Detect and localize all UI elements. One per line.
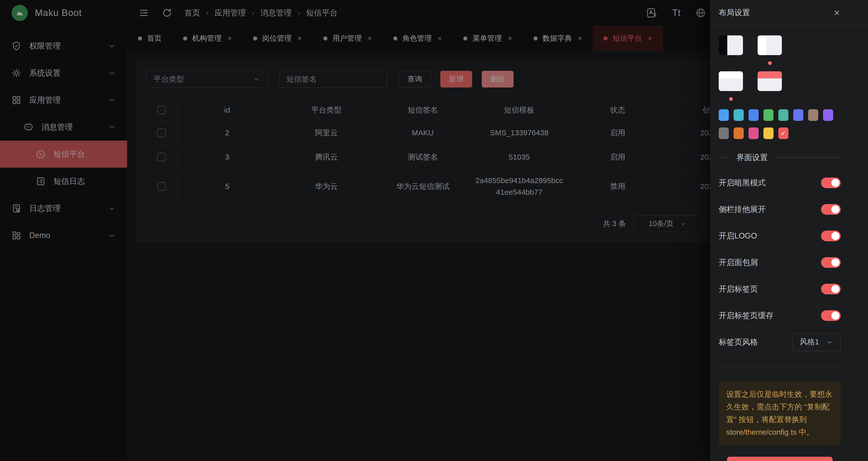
tab-home[interactable]: 首页 <box>127 26 173 51</box>
breadcrumb-toggle[interactable] <box>821 257 841 268</box>
layout-option-light-sidebar[interactable] <box>757 35 782 71</box>
breadcrumb-separator: › <box>298 9 300 17</box>
breadcrumb-message[interactable]: 消息管理 <box>260 7 292 18</box>
sidebar-item-application[interactable]: 应用管理 <box>0 86 127 114</box>
table-row[interactable]: 3 腾讯云 测试签名 51035 启用 2022-08-2 <box>147 145 714 169</box>
layout-options <box>719 35 841 107</box>
close-icon[interactable]: × <box>368 34 372 42</box>
theme-color-swatch-selected[interactable]: ✓ <box>778 127 788 139</box>
theme-color-swatch[interactable] <box>764 127 774 139</box>
sidebar-item-message[interactable]: 消息管理 <box>0 114 127 141</box>
globe-icon[interactable] <box>695 7 706 19</box>
column-header-created: 创建时间 <box>668 99 714 120</box>
sidebar-item-system[interactable]: 系统设置 <box>0 59 127 86</box>
row-select-cell <box>147 169 177 204</box>
translate-icon[interactable] <box>646 7 657 19</box>
close-icon[interactable]: × <box>578 34 582 42</box>
add-button[interactable]: 新增 <box>440 71 472 87</box>
shield-icon <box>11 41 22 51</box>
tab-role[interactable]: 角色管理 × <box>383 26 453 51</box>
theme-color-swatch[interactable] <box>719 127 729 139</box>
setting-sidebar-exclusive: 侧栏排他展开 <box>719 196 841 223</box>
sidebar-item-label: 短信日志 <box>54 176 85 186</box>
page-size-select[interactable]: 10条/页 <box>633 215 702 232</box>
sidebar-item-permission[interactable]: 权限管理 <box>0 32 127 59</box>
drawer-header: 布局设置 × <box>710 0 868 25</box>
cell-status: 启用 <box>568 121 668 145</box>
cell-platform: 腾讯云 <box>278 145 375 169</box>
chevron-up-icon <box>108 96 116 104</box>
layout-option-light-header[interactable] <box>719 71 743 107</box>
sms-sign-input[interactable]: 短信签名 <box>279 70 387 88</box>
tab-sms-platform[interactable]: 短信平台 × <box>593 26 663 51</box>
layout-option-dark-sidebar[interactable] <box>719 35 743 71</box>
row-checkbox[interactable] <box>157 128 166 137</box>
refresh-icon[interactable] <box>161 7 173 19</box>
sidebar-item-log[interactable]: 日志管理 <box>0 195 127 222</box>
breadcrumb: 首页 › 应用管理 › 消息管理 › 短信平台 <box>184 7 338 18</box>
chevron-down-icon <box>253 75 260 83</box>
tab-style-select[interactable]: 风格1 <box>792 333 841 351</box>
layout-option-primary-header[interactable] <box>757 71 782 107</box>
breadcrumb-sms-platform[interactable]: 短信平台 <box>306 7 338 18</box>
phone-icon <box>35 149 46 160</box>
row-checkbox[interactable] <box>157 182 166 191</box>
dark-mode-toggle[interactable] <box>821 177 841 188</box>
select-all-checkbox[interactable] <box>157 106 166 114</box>
theme-color-swatch[interactable] <box>764 109 774 121</box>
tab-label: 短信平台 <box>613 33 642 44</box>
theme-color-swatch[interactable] <box>734 109 744 121</box>
theme-color-swatch[interactable] <box>719 109 729 121</box>
theme-color-swatch[interactable] <box>734 127 744 139</box>
theme-color-swatch[interactable] <box>823 109 833 121</box>
cell-id: 2 <box>177 121 278 145</box>
chevron-down-icon <box>108 231 116 239</box>
breadcrumb-application[interactable]: 应用管理 <box>215 7 246 18</box>
search-button[interactable]: 查询 <box>399 71 431 87</box>
close-icon[interactable]: × <box>834 7 840 18</box>
sidebar-exclusive-toggle[interactable] <box>821 204 841 215</box>
tab-label: 角色管理 <box>402 33 432 44</box>
tabs-toggle[interactable] <box>821 284 841 294</box>
selected-dot-icon <box>729 97 733 101</box>
collapse-sidebar-icon[interactable] <box>138 7 150 19</box>
theme-color-palette: ✓ <box>719 109 841 139</box>
close-icon[interactable]: × <box>227 34 231 42</box>
tab-label: 数据字典 <box>542 33 572 44</box>
table-wrapper: id 平台类型 短信签名 短信模板 状态 创建时间 2 阿里云 MAKU <box>146 99 714 204</box>
close-icon[interactable]: × <box>648 34 652 42</box>
theme-color-swatch[interactable] <box>748 127 758 139</box>
sidebar-item-demo[interactable]: Demo <box>0 222 127 249</box>
column-header-sign: 短信签名 <box>375 99 471 120</box>
sidebar-item-label: 系统设置 <box>29 68 61 78</box>
tab-menu[interactable]: 菜单管理 × <box>453 26 523 51</box>
setting-tab-style: 标签页风格 风格1 <box>719 329 841 355</box>
close-icon[interactable]: × <box>438 34 442 42</box>
theme-color-swatch[interactable] <box>778 109 788 121</box>
sidebar-item-label: 权限管理 <box>29 41 61 51</box>
grid-icon <box>11 230 22 241</box>
tab-user[interactable]: 用户管理 × <box>313 26 383 51</box>
sidebar-item-sms-log[interactable]: 短信日志 <box>0 168 127 195</box>
tab-org[interactable]: 机构管理 × <box>173 26 243 51</box>
sidebar: Maku Boot 权限管理 系统设置 应用管理 消息管理 <box>0 0 127 461</box>
close-icon[interactable]: × <box>298 34 302 42</box>
tab-post[interactable]: 岗位管理 × <box>243 26 312 51</box>
row-checkbox[interactable] <box>157 153 166 161</box>
platform-type-select[interactable]: 平台类型 <box>146 70 268 88</box>
tab-dict[interactable]: 数据字典 × <box>523 26 593 51</box>
delete-button[interactable]: 删除 <box>482 71 514 87</box>
sidebar-item-sms-platform[interactable]: 短信平台 <box>0 141 127 168</box>
breadcrumb-home[interactable]: 首页 <box>184 7 200 18</box>
theme-color-swatch[interactable] <box>748 109 758 121</box>
theme-color-swatch[interactable] <box>808 109 818 121</box>
logo-toggle[interactable] <box>821 231 841 241</box>
tab-cache-toggle[interactable] <box>821 310 841 321</box>
table-row[interactable]: 2 阿里云 MAKU SMS_133976438 启用 2022-08-1 <box>147 121 714 145</box>
font-size-icon[interactable]: Tt <box>672 8 681 18</box>
close-icon[interactable]: × <box>508 34 512 42</box>
column-header-template: 短信模板 <box>471 99 568 120</box>
copy-config-button[interactable]: 复制配置 <box>727 457 833 461</box>
table-row[interactable]: 5 华为云 华为云短信测试 2a4855be941b4a2895bcc41ee5… <box>147 169 714 204</box>
theme-color-swatch[interactable] <box>793 109 803 121</box>
